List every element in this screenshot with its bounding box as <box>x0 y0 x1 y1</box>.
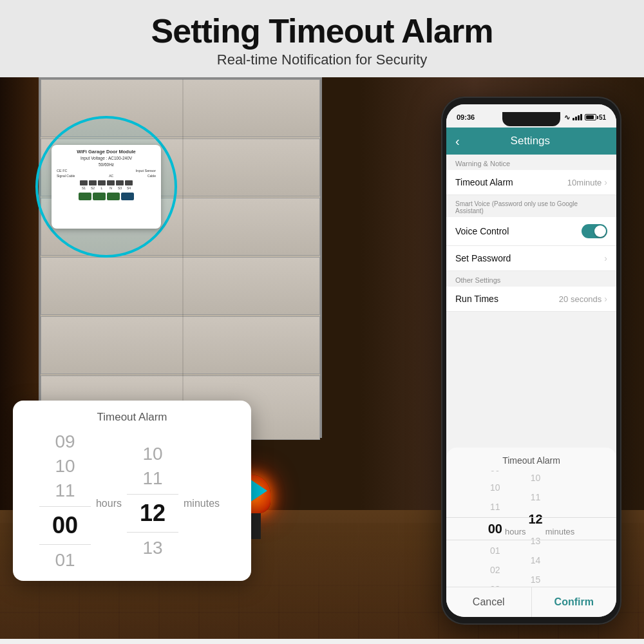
ph-03: 03 <box>490 580 500 587</box>
hour-above-1: 09 <box>55 431 75 452</box>
phone-notch <box>502 112 560 126</box>
status-time: 09:36 <box>457 113 475 121</box>
wifi-icon: ∿ <box>564 113 570 122</box>
timeout-alarm-card: Timeout Alarm 09 10 11 00 01 hours 10 11… <box>13 401 251 581</box>
phone-hours-label: hours <box>505 527 526 536</box>
module-title: WiFi Garage Door Module <box>57 149 156 155</box>
module-circle: WiFi Garage Door Module Input Voltage : … <box>35 116 177 258</box>
timeout-alarm-value: 10minute <box>567 178 601 187</box>
phone: 09:36 ∿ 51 <box>441 97 621 625</box>
hour-above-2: 10 <box>55 456 75 477</box>
module-labels: Input Sensor <box>136 169 156 173</box>
chevron-icon: › <box>604 177 607 187</box>
phone-minutes-label: minutes <box>545 527 575 536</box>
modal-buttons: Cancel Confirm <box>446 587 616 617</box>
set-password-label: Set Password <box>455 253 604 263</box>
section-label-warning: Warning & Notice <box>446 155 616 170</box>
settings-title: Settings <box>466 135 594 147</box>
run-times-label: Run Times <box>455 294 559 304</box>
time-picker[interactable]: 09 10 11 00 01 hours 10 11 12 13 minutes <box>13 431 251 571</box>
module-ce: CE FC <box>57 169 68 173</box>
signal-icon <box>573 114 582 120</box>
ph-10: 10 <box>490 478 500 497</box>
pm-14: 14 <box>531 551 541 569</box>
ph-11: 11 <box>490 498 500 516</box>
min-active: 12 <box>140 500 166 527</box>
phone-screen: 09:36 ∿ 51 <box>446 104 616 617</box>
set-password-chevron: › <box>604 253 607 263</box>
min-above-1: 10 <box>142 444 162 464</box>
voice-control-row[interactable]: Voice Control <box>446 217 616 246</box>
confirm-button[interactable]: Confirm <box>532 587 617 617</box>
hour-above-3: 11 <box>55 480 75 501</box>
module-spec1: Input Voltage : AC100-240V <box>57 156 156 160</box>
hours-label: hours <box>96 493 122 509</box>
page-subtitle: Real-time Notification for Security <box>13 52 631 68</box>
battery-icon <box>585 114 596 120</box>
pm-13: 13 <box>531 532 541 550</box>
scene: WiFi Garage Door Module Input Voltage : … <box>0 77 644 639</box>
page-header: Setting Timeout Alarm Real-time Notifica… <box>0 0 644 77</box>
phone-hours-col[interactable]: 09 10 11 00 01 02 03 <box>488 471 502 587</box>
section-label-smart-voice: Smart Voice (Password only use to Google… <box>446 195 616 217</box>
battery-percent: 51 <box>599 114 606 121</box>
min-above-2: 11 <box>142 468 162 489</box>
ph-active: 00 <box>488 517 502 540</box>
status-icons: ∿ 51 <box>564 113 606 122</box>
hours-column[interactable]: 09 10 11 00 01 <box>39 431 91 571</box>
minutes-column[interactable]: 10 11 12 13 <box>127 444 178 558</box>
module-card: WiFi Garage Door Module Input Voltage : … <box>52 145 161 229</box>
timeout-alarm-label: Timeout Alarm <box>455 177 567 187</box>
min-below-1: 13 <box>142 538 162 558</box>
cancel-button[interactable]: Cancel <box>446 587 532 617</box>
minutes-label: minutes <box>184 493 220 509</box>
ph-09: 09 <box>490 471 500 477</box>
pm-10: 10 <box>531 471 541 487</box>
modal-title: Timeout Alarm <box>446 448 616 471</box>
voice-control-toggle[interactable] <box>582 224 607 238</box>
settings-header: ‹ Settings <box>446 128 616 155</box>
page-title: Setting Timeout Alarm <box>13 12 631 50</box>
timeout-card-title: Timeout Alarm <box>13 411 251 424</box>
hour-active: 00 <box>52 512 78 539</box>
phone-picker[interactable]: 09 10 11 00 01 02 03 hours 10 11 12 <box>446 471 616 587</box>
voice-control-label: Voice Control <box>455 226 582 236</box>
pm-active: 12 <box>529 507 543 531</box>
back-button[interactable]: ‹ <box>455 134 460 149</box>
section-label-other: Other Settings <box>446 271 616 287</box>
phone-minutes-col[interactable]: 10 11 12 13 14 15 <box>529 471 543 587</box>
run-times-value: 20 seconds <box>559 294 602 304</box>
set-password-row[interactable]: Set Password › <box>446 246 616 271</box>
phone-modal: Timeout Alarm 09 10 11 00 01 02 03 hours <box>446 448 616 617</box>
module-spec2: 50/60Hz <box>57 162 156 167</box>
timeout-alarm-row[interactable]: Timeout Alarm 10minute › <box>446 170 616 195</box>
ph-02: 02 <box>490 561 500 579</box>
pm-11: 11 <box>531 488 541 506</box>
hour-below-1: 01 <box>55 550 75 571</box>
pm-15: 15 <box>531 571 541 587</box>
settings-content: Warning & Notice Timeout Alarm 10minute … <box>446 155 616 312</box>
run-times-chevron: › <box>604 294 607 304</box>
ph-01: 01 <box>490 542 500 560</box>
run-times-row[interactable]: Run Times 20 seconds › <box>446 287 616 312</box>
